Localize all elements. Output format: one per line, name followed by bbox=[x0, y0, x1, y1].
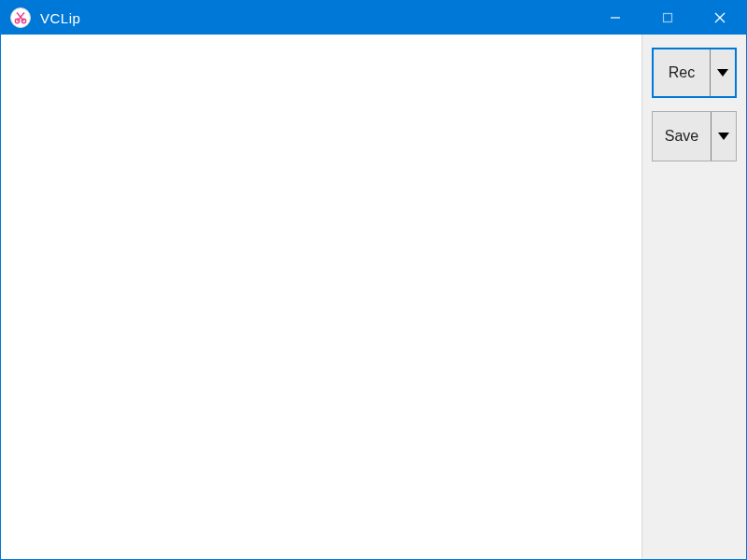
record-button[interactable]: Rec bbox=[652, 48, 737, 98]
recording-canvas[interactable] bbox=[1, 35, 641, 559]
maximize-button[interactable] bbox=[641, 1, 694, 35]
svg-marker-8 bbox=[717, 69, 728, 77]
window-title: VCLip bbox=[40, 10, 80, 26]
close-icon bbox=[714, 12, 726, 23]
save-button-label: Save bbox=[653, 112, 712, 161]
side-toolbar: Rec Save bbox=[641, 35, 746, 559]
close-button[interactable] bbox=[694, 1, 746, 35]
app-window: VCLip Rec bbox=[0, 0, 747, 560]
record-button-label: Rec bbox=[654, 49, 711, 96]
app-icon bbox=[10, 7, 31, 28]
save-dropdown[interactable] bbox=[712, 112, 736, 161]
chevron-down-icon bbox=[717, 69, 728, 77]
maximize-icon bbox=[662, 12, 673, 23]
client-area: Rec Save bbox=[1, 35, 746, 559]
minimize-icon bbox=[610, 12, 621, 23]
minimize-button[interactable] bbox=[589, 1, 641, 35]
svg-marker-9 bbox=[718, 133, 729, 140]
save-button[interactable]: Save bbox=[652, 111, 737, 161]
record-dropdown[interactable] bbox=[711, 49, 735, 96]
title-bar[interactable]: VCLip bbox=[1, 1, 746, 35]
chevron-down-icon bbox=[718, 133, 729, 140]
svg-rect-5 bbox=[664, 14, 672, 22]
